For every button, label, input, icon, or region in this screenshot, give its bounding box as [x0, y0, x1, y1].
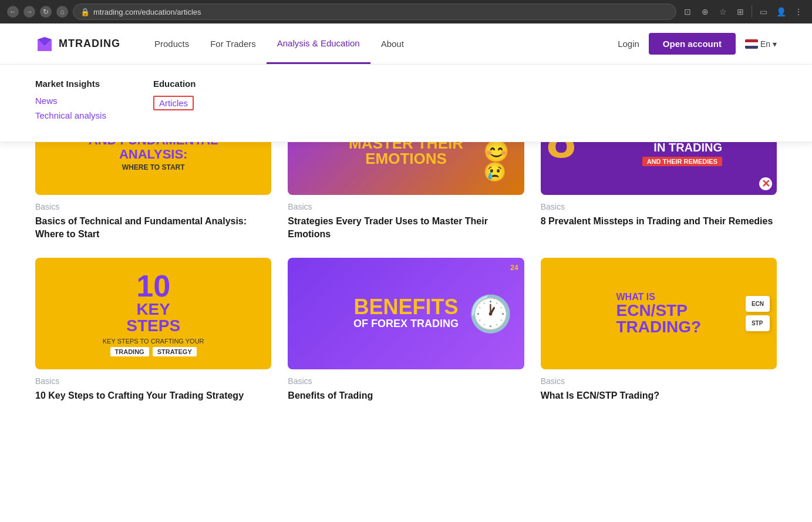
browser-actions: ⊡ ⊕ ☆ ⊞ ▭ 👤 ⋮ [681, 5, 805, 18]
extensions-icon[interactable]: ⊞ [734, 5, 747, 18]
language-selector[interactable]: En ▾ [745, 39, 777, 49]
article-category-2: Basics [288, 202, 524, 211]
nav-for-traders[interactable]: For Traders [200, 23, 267, 64]
card-m-sub: AND THEIR REMEDIES [642, 157, 722, 166]
main-nav: Products For Traders Analysis & Educatio… [144, 23, 618, 64]
logo-icon [35, 35, 54, 53]
article-category-3: Basics [541, 202, 777, 211]
card-e-line3: TRADING? [616, 319, 702, 335]
card-k-line1: KEY [103, 301, 204, 318]
card-k-sub: KEY STEPS TO CRAFTING YOUR [103, 338, 204, 345]
article-title-3: 8 Prevalent Missteps in Trading and Thei… [541, 215, 777, 228]
nav-about[interactable]: About [370, 23, 415, 64]
lang-text: En [760, 39, 770, 49]
card-text-overlay-5: BENEFITS OF FOREX TRADING [346, 297, 466, 330]
card-b-line2: OF FOREX TRADING [353, 318, 459, 330]
refresh-button[interactable]: ↻ [40, 6, 52, 18]
card-bg-purple-benefits: BENEFITS OF FOREX TRADING 🕐 24 [288, 258, 524, 369]
emoji-sad: 😢 [483, 161, 507, 183]
dropdown-col1-heading: Market Insights [35, 79, 106, 89]
article-card-key-steps[interactable]: 10 KEY STEPS KEY STEPS TO CRAFTING YOUR … [35, 258, 271, 402]
window-icon[interactable]: ▭ [757, 5, 770, 18]
card-m-line3: IN TRADING [642, 140, 722, 154]
card-k-line2: STEPS [103, 318, 204, 334]
card-k-tags: TRADING STRATEGY [103, 347, 204, 356]
cross-icon-2: ✕ [759, 177, 772, 190]
dropdown-col2-heading: Education [153, 79, 196, 89]
article-title-6: What Is ECN/STP Trading? [541, 389, 777, 402]
browser-chrome: ← → ↻ ⌂ 🔒 mtrading.com/education/article… [0, 0, 812, 23]
dropdown-link-technical-analysis[interactable]: Technical analysis [35, 110, 106, 120]
translate-icon[interactable]: ⊕ [699, 5, 712, 18]
logo[interactable]: MTRADING [35, 23, 120, 64]
back-button[interactable]: ← [7, 6, 19, 18]
article-title-5: Benefits of Trading [288, 389, 524, 402]
open-account-button[interactable]: Open account [649, 33, 736, 55]
article-category-5: Basics [288, 376, 524, 386]
url-text: mtrading.com/education/articles [93, 8, 201, 16]
article-category-6: Basics [541, 376, 777, 386]
article-image-ecn-stp: WHAT IS ECN/STP TRADING? ECN STP [541, 258, 777, 369]
card-line3: ANALYSIS: [89, 147, 218, 161]
card-s-line3: EMOTIONS [348, 151, 464, 166]
clock-icon: 🕐 [469, 292, 513, 334]
tag-trading: TRADING [110, 347, 149, 356]
card-b-line1: BENEFITS [353, 297, 459, 318]
card-sub: WHERE TO START [89, 164, 218, 171]
card-e-line2: ECN/STP [616, 302, 702, 319]
forward-button[interactable]: → [23, 6, 35, 18]
article-category-4: Basics [35, 376, 271, 386]
bookmark-icon[interactable]: ☆ [716, 5, 729, 18]
article-title-1: Basics of Technical and Fundamental Anal… [35, 215, 271, 241]
emoji-happy: 😊 [483, 139, 510, 164]
ecn-card: ECN [746, 296, 770, 312]
dropdown-link-news[interactable]: News [35, 96, 106, 106]
nav-analysis-education[interactable]: Analysis & Education [267, 23, 370, 64]
dropdown-menu: Market Insights News Technical analysis … [0, 65, 812, 142]
ecn-card-decoration: ECN STP [746, 296, 770, 331]
card-text-overlay-4: 10 KEY STEPS KEY STEPS TO CRAFTING YOUR … [96, 271, 211, 356]
card-text-overlay-6: WHAT IS ECN/STP TRADING? [607, 292, 711, 335]
home-button[interactable]: ⌂ [56, 6, 68, 18]
dropdown-col-education: Education Articles [153, 79, 196, 125]
cast-icon[interactable]: ⊡ [681, 5, 694, 18]
logo-text: MTRADING [59, 38, 120, 50]
card-bg-yellow-steps: 10 KEY STEPS KEY STEPS TO CRAFTING YOUR … [35, 258, 271, 369]
article-card-benefits[interactable]: BENEFITS OF FOREX TRADING 🕐 24 Basics Be… [288, 258, 524, 402]
dropdown-col-market-insights: Market Insights News Technical analysis [35, 79, 106, 125]
article-image-benefits: BENEFITS OF FOREX TRADING 🕐 24 [288, 258, 524, 369]
login-button[interactable]: Login [618, 39, 639, 49]
address-bar[interactable]: 🔒 mtrading.com/education/articles [73, 4, 676, 20]
article-card-ecn-stp[interactable]: WHAT IS ECN/STP TRADING? ECN STP Basics … [541, 258, 777, 402]
nav-products[interactable]: Products [144, 23, 200, 64]
article-title-2: Strategies Every Trader Uses to Master T… [288, 215, 524, 241]
article-image-key-steps: 10 KEY STEPS KEY STEPS TO CRAFTING YOUR … [35, 258, 271, 369]
tag-strategy: STRATEGY [153, 347, 197, 356]
article-category-1: Basics [35, 202, 271, 211]
label-24: 24 [510, 264, 518, 272]
menu-icon[interactable]: ⋮ [792, 5, 805, 18]
card-bg-yellow-ecn: WHAT IS ECN/STP TRADING? ECN STP [541, 258, 777, 369]
card-k-number: 10 [103, 271, 204, 301]
lock-icon: 🔒 [80, 8, 90, 16]
site-header: MTRADING Products For Traders Analysis &… [0, 23, 812, 65]
profile-icon[interactable]: 👤 [774, 5, 787, 18]
chevron-down-icon: ▾ [773, 39, 777, 49]
stp-card: STP [746, 315, 770, 331]
nav-right: Login Open account En ▾ [618, 23, 777, 64]
flag-icon [745, 39, 758, 49]
article-title-4: 10 Key Steps to Crafting Your Trading St… [35, 389, 271, 402]
dropdown-link-articles[interactable]: Articles [153, 96, 194, 110]
